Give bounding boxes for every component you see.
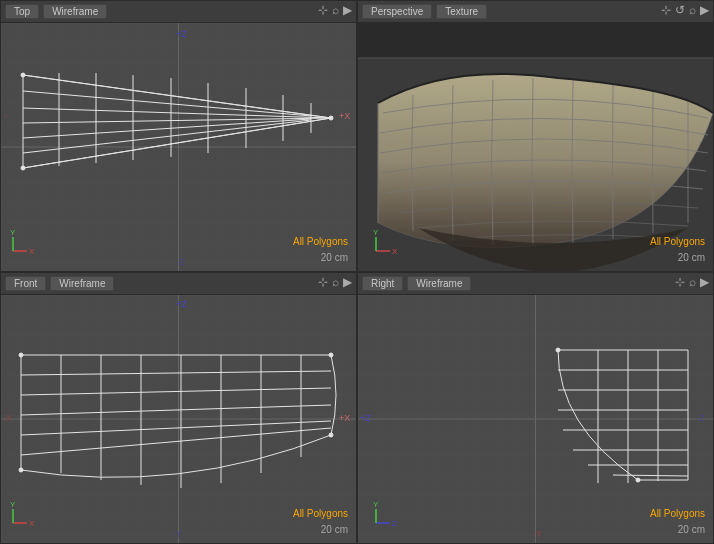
viewport-perspective-canvas[interactable]: X Y All Polygons 20 cm [358,23,713,271]
svg-text:Y: Y [10,228,16,237]
svg-point-79 [556,348,560,352]
perspective-svg: X Y [358,23,713,271]
svg-text:-X: -X [3,413,12,423]
svg-text:X: X [392,247,398,256]
zoom-icon[interactable]: ⌕ [332,3,339,17]
svg-point-20 [21,73,25,77]
svg-text:X: X [29,519,35,528]
viewport-front-header: Front Wireframe ⊹ ⌕ ▶ [1,273,356,295]
viewport-right[interactable]: Right Wireframe ⊹ ⌕ ▶ [357,272,714,544]
right-move-icon[interactable]: ⊹ [675,275,685,289]
top-polygons-label: All Polygons [293,236,348,247]
viewport-perspective-name-btn[interactable]: Perspective [362,4,432,19]
svg-text:Z: Z [392,519,397,528]
svg-rect-31 [358,23,713,58]
svg-text:-Y: -Y [173,529,182,539]
svg-point-54 [329,433,333,437]
front-svg: +X -X +Z -Y X Y [1,295,356,543]
svg-text:-Z: -Z [696,413,705,423]
right-zoom-icon[interactable]: ⌕ [689,275,696,289]
svg-text:+Z: +Z [360,413,371,423]
perspective-move-icon[interactable]: ⊹ [661,3,671,17]
right-more-icon[interactable]: ▶ [700,275,709,289]
viewport-front-name-btn[interactable]: Front [5,276,46,291]
viewport-right-header: Right Wireframe ⊹ ⌕ ▶ [358,273,713,295]
svg-text:+X: +X [339,413,350,423]
svg-text:-Y: -Y [533,529,542,539]
viewport-top[interactable]: Top Wireframe ⊹ ⌕ ▶ [0,0,357,272]
viewport-top-canvas[interactable]: +X - +Z -Z X Y All Polygons 20 cm [1,23,356,271]
svg-point-55 [19,468,23,472]
right-polygons-label: All Polygons [650,508,705,519]
perspective-more-icon[interactable]: ▶ [700,3,709,17]
svg-point-57 [329,353,333,357]
svg-text:X: X [29,247,35,256]
svg-text:Y: Y [373,500,379,509]
top-scale-label: 20 cm [321,252,348,263]
right-svg: -Z +Z -Y Z Y [358,295,713,543]
viewport-grid: Top Wireframe ⊹ ⌕ ▶ [0,0,714,544]
viewport-perspective[interactable]: Perspective Texture ⊹ ↺ ⌕ ▶ [357,0,714,272]
perspective-zoom-icon[interactable]: ⌕ [689,3,696,17]
viewport-perspective-header: Perspective Texture ⊹ ↺ ⌕ ▶ [358,1,713,23]
viewport-right-name-btn[interactable]: Right [362,276,403,291]
viewport-top-name-btn[interactable]: Top [5,4,39,19]
svg-text:-: - [5,111,8,121]
viewport-front[interactable]: Front Wireframe ⊹ ⌕ ▶ [0,272,357,544]
viewport-perspective-mode-btn[interactable]: Texture [436,4,487,19]
svg-text:+Z: +Z [176,29,187,39]
viewport-front-mode-btn[interactable]: Wireframe [50,276,114,291]
front-polygons-label: All Polygons [293,508,348,519]
viewport-front-canvas[interactable]: +X -X +Z -Y X Y All Polygons 20 cm [1,295,356,543]
viewport-top-mode-btn[interactable]: Wireframe [43,4,107,19]
grid-svg-top: +X - +Z -Z X Y [1,23,356,271]
right-scale-label: 20 cm [678,524,705,535]
more-icon[interactable]: ▶ [343,3,352,17]
front-move-icon[interactable]: ⊹ [318,275,328,289]
perspective-polygons-label: All Polygons [650,236,705,247]
perspective-scale-label: 20 cm [678,252,705,263]
viewport-right-canvas[interactable]: -Z +Z -Y Z Y All Polygons 20 cm [358,295,713,543]
svg-point-80 [636,478,640,482]
svg-text:Y: Y [373,228,379,237]
move-icon[interactable]: ⊹ [318,3,328,17]
viewport-top-header: Top Wireframe ⊹ ⌕ ▶ [1,1,356,23]
svg-text:Y: Y [10,500,16,509]
svg-text:+X: +X [339,111,350,121]
front-more-icon[interactable]: ▶ [343,275,352,289]
perspective-refresh-icon[interactable]: ↺ [675,3,685,17]
svg-text:-Z: -Z [176,257,185,267]
front-scale-label: 20 cm [321,524,348,535]
svg-point-19 [329,116,333,120]
svg-text:+Z: +Z [176,299,187,309]
front-zoom-icon[interactable]: ⌕ [332,275,339,289]
viewport-right-mode-btn[interactable]: Wireframe [407,276,471,291]
svg-point-56 [19,353,23,357]
svg-point-21 [21,166,25,170]
